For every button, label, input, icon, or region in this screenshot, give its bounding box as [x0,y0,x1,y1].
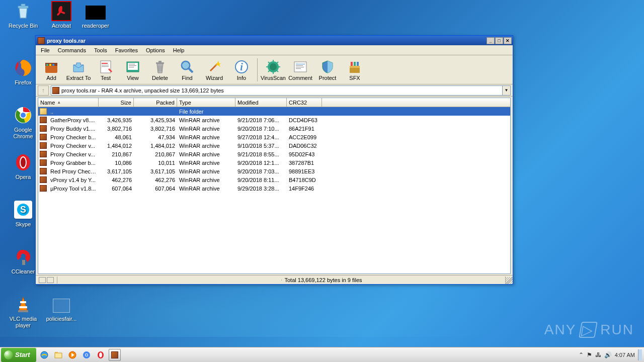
file-modified: 9/20/2018 8:11... [235,176,287,184]
parent-folder-row[interactable]: ..File folder [38,107,510,116]
desktop-icon-policiesfair[interactable]: policiesfair... [44,294,79,322]
file-size: 607,064 [99,185,134,192]
disk-icon[interactable] [39,277,46,283]
file-size: 3,617,105 [99,168,134,175]
file-row[interactable]: Red Proxy Check...3,617,1053,617,105WinR… [38,167,510,175]
opera-icon [13,152,33,172]
delete-button[interactable]: Delete [146,56,174,83]
file-row[interactable]: µProxy Tool v1.8...607,064607,064WinRAR … [38,184,510,193]
wizard-button[interactable]: Wizard [201,56,228,83]
svg-line-37 [189,68,193,72]
volume-icon[interactable]: 🔊 [604,351,612,358]
col-packed[interactable]: Packed [134,98,177,107]
chevrons-icon[interactable]: ⌃ [579,351,584,358]
add-button[interactable]: Add [38,56,65,83]
col-crc[interactable]: CRC32 [287,98,322,107]
folder-icon [40,108,47,115]
svg-rect-1 [21,4,25,6]
desktop-icon-acrobat[interactable]: Acrobat [44,1,79,29]
opera-taskbar-icon[interactable] [95,349,107,361]
svg-point-70 [86,354,88,356]
file-type: WinRAR archive [177,159,235,166]
file-type: WinRAR archive [177,185,235,192]
file-size: 10,086 [99,159,134,166]
comment-button[interactable]: Comment [287,56,314,83]
file-crc: DCD4DF63 [287,117,322,124]
file-modified: 9/20/2018 7:10... [235,125,287,132]
desktop-icon-recycle-bin[interactable]: Recycle Bin [6,1,41,29]
show-desktop[interactable] [638,349,642,360]
extract-icon [70,59,87,75]
key-icon[interactable] [47,277,54,283]
menu-commands[interactable]: Commands [54,46,90,54]
sfx-button[interactable]: SFX [341,56,368,83]
file-name: GatherProxy v8.... [48,117,99,124]
info-icon: i [233,59,250,75]
dropdown-icon[interactable]: ▼ [502,86,510,95]
file-row[interactable]: Proxy Buddy v1....3,802,7163,802,716WinR… [38,124,510,133]
col-name[interactable]: Name▲ [38,98,99,107]
protect-button[interactable]: Protect [314,56,341,83]
menu-tools[interactable]: Tools [90,46,111,54]
file-size: 3,426,935 [99,117,134,124]
file-packed: 10,011 [134,159,177,166]
flag-icon[interactable]: ⚑ [587,351,592,358]
file-row[interactable]: Proxy Grabber b...10,08610,011WinRAR arc… [38,158,510,167]
file-type: WinRAR archive [177,151,235,158]
rar-icon [40,134,47,140]
file-type: WinRAR archive [177,168,235,175]
desktop-icon-readeroper[interactable]: readeroper [78,1,113,29]
svg-point-44 [270,63,277,70]
maximize-button[interactable]: □ [495,37,503,44]
file-name: µProxy Tool v1.8... [48,185,99,192]
path-combo[interactable]: proxy tools.rar - RAR 4.x archive, unpac… [51,85,511,96]
chrome-icon [13,105,33,125]
file-crc: DAD06C32 [287,142,322,149]
menu-file[interactable]: File [37,46,54,54]
desktop-icon-vlc[interactable]: VLC media player [6,294,41,329]
start-button[interactable]: Start [1,348,36,362]
find-icon [179,59,195,75]
winrar-taskbar-icon[interactable] [109,349,121,361]
desktop[interactable]: Recycle BinAcrobatreaderoperFirefoxGoogl… [0,0,644,362]
virusscan-button[interactable]: VirusScan [260,56,287,83]
test-button[interactable]: Test [92,56,119,83]
chrome-taskbar-icon[interactable] [80,349,93,361]
explorer-icon[interactable] [52,349,64,361]
file-row[interactable]: GatherProxy v8....3,426,9353,425,934WinR… [38,116,510,124]
menu-favorites[interactable]: Favorites [111,46,142,54]
file-row[interactable]: Proxy Checker v...1,484,0121,484,012WinR… [38,141,510,150]
minimize-button[interactable]: _ [487,37,495,44]
titlebar[interactable]: proxy tools.rar _ □ ✕ [36,36,513,45]
file-name: Proxy Checker v... [48,151,99,158]
resize-grip[interactable] [506,277,513,284]
ie-icon[interactable] [38,349,50,361]
col-type[interactable]: Type [177,98,235,107]
menu-help[interactable]: Help [169,46,189,54]
find-button[interactable]: Find [174,56,201,83]
file-row[interactable]: Proxy Checker b...48,06147,934WinRAR arc… [38,133,510,141]
file-type: WinRAR archive [177,142,235,149]
network-icon[interactable]: 🖧 [595,351,601,358]
svg-line-51 [276,62,278,64]
file-crc: B4718C9D [287,176,322,184]
up-button[interactable]: ↑ [38,85,49,96]
file-row[interactable]: Proxy Checker v...210,867210,867WinRAR a… [38,150,510,158]
menubar: FileCommandsToolsFavoritesOptionsHelp [36,45,513,55]
menu-options[interactable]: Options [142,46,169,54]
icon-label: VLC media player [6,316,41,329]
info-button[interactable]: iInfo [228,56,255,83]
wizard-icon [206,59,222,75]
extract-button[interactable]: Extract To [65,56,92,83]
file-packed: 3,617,105 [134,168,177,175]
skype-icon: S [13,200,33,220]
clock[interactable]: 4:07 AM [615,352,635,358]
media-player-icon[interactable] [66,349,78,361]
col-modified[interactable]: Modified [235,98,287,107]
col-size[interactable]: Size [99,98,134,107]
toolbar: AddExtract ToTestViewDeleteFindWizardiIn… [36,55,513,84]
close-button[interactable]: ✕ [504,37,512,44]
svg-rect-64 [55,353,62,358]
view-button[interactable]: View [119,56,146,83]
file-row[interactable]: vProxy v1.4 by Y...462,276462,276WinRAR … [38,175,510,184]
